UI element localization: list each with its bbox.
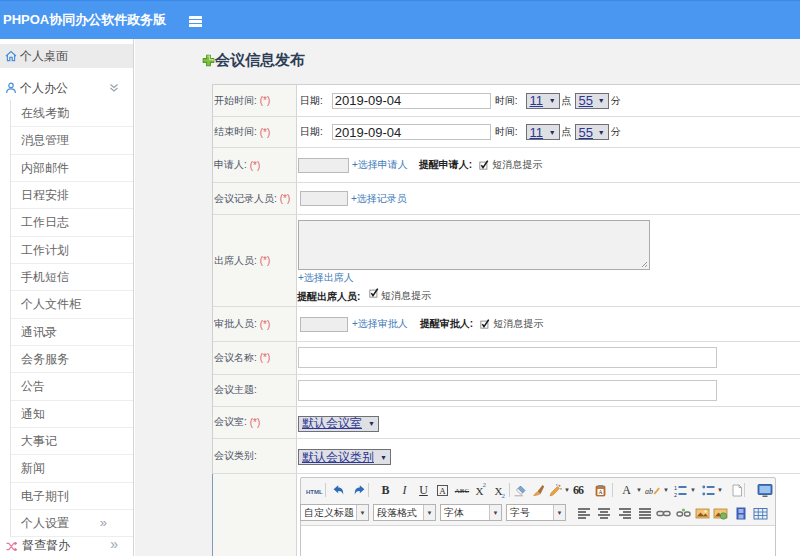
svg-text:2: 2: [674, 492, 677, 498]
svg-text:A: A: [599, 489, 603, 495]
svg-text:ab: ab: [645, 487, 653, 496]
svg-text:1: 1: [674, 485, 677, 491]
